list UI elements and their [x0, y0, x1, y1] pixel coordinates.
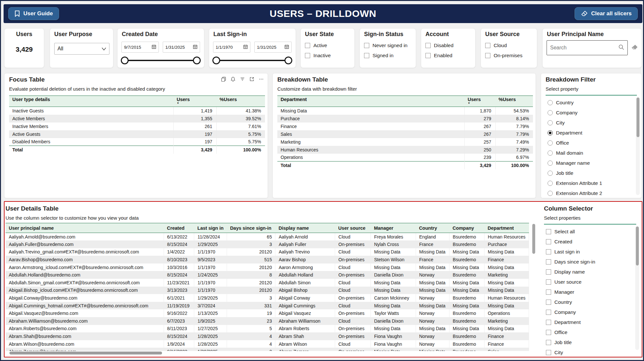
last-sign-in-start-input[interactable]: 1/1/1970	[213, 42, 250, 53]
checkbox-option-display-name[interactable]: Display name	[546, 267, 639, 277]
checkbox-icon[interactable]	[546, 330, 551, 335]
checkbox-icon[interactable]	[546, 320, 551, 325]
created-date-slider-handle-start[interactable]	[121, 57, 129, 64]
column-header[interactable]: Users▼	[464, 96, 495, 107]
checkbox-option-last-sign-in[interactable]: Last sign in	[546, 247, 639, 257]
checkbox-option-never-signed-in[interactable]: Never signed in	[364, 40, 414, 50]
column-header[interactable]: Last sign in	[194, 223, 227, 233]
table-row[interactable]: Finance2677.79%	[277, 122, 533, 130]
table-row[interactable]: Abdullah.Simon_gmail.com#EXT#@bsuredemo.…	[6, 279, 529, 287]
checkbox-icon[interactable]	[546, 310, 551, 315]
radio-option-mail-domain[interactable]: Mail domain	[548, 148, 639, 158]
column-header[interactable]: User type details	[9, 96, 173, 107]
checkbox-icon[interactable]	[425, 53, 431, 58]
checkbox-option-created[interactable]: Created	[546, 237, 639, 247]
clear-all-slicers-button[interactable]: Clear all slicers	[575, 7, 638, 20]
checkbox-option-country[interactable]: Country	[546, 297, 639, 307]
table-row[interactable]: Abram.Zamora@bsuredemo.com8/16/20231/30/…	[6, 348, 529, 351]
checkbox-icon[interactable]	[425, 43, 431, 48]
table-row[interactable]: Abram.Roberts@bsuredemo.com8/11/20231/27…	[6, 325, 529, 333]
checkbox-option-manager[interactable]: Manager	[546, 287, 639, 297]
table-row[interactable]: Abigail.Cummings_hotmail.com#EXT#@bsured…	[6, 302, 529, 310]
table-row[interactable]: Abigail.Bishop_icloud.com#EXT#@bsuredemo…	[6, 287, 529, 294]
last-sign-in-end-input[interactable]: 1/31/2025	[254, 42, 292, 53]
table-row[interactable]: Disabled Members1975.75%	[9, 138, 265, 146]
column-header[interactable]: Department	[485, 223, 529, 233]
radio-icon[interactable]	[548, 150, 553, 156]
table-row[interactable]: Purchace2798.14%	[277, 115, 533, 122]
user-purpose-dropdown[interactable]: All	[54, 43, 109, 55]
scrollbar-track[interactable]	[635, 226, 639, 350]
radio-option-country[interactable]: Country	[548, 97, 639, 108]
copy-icon[interactable]	[221, 77, 226, 82]
scrollbar-thumb[interactable]	[636, 226, 639, 265]
checkbox-option-select-all[interactable]: Select all	[546, 226, 639, 237]
radio-option-city[interactable]: City	[548, 118, 639, 128]
table-row[interactable]: Marketing2577.49%	[277, 138, 533, 146]
radio-icon[interactable]	[548, 100, 553, 105]
focus-mode-icon[interactable]	[249, 77, 254, 82]
created-date-slider-handle-end[interactable]	[193, 57, 201, 64]
column-header[interactable]: Department	[277, 96, 464, 107]
table-row[interactable]: Aaron.Armstrong_icloud.com#EXT#@bsuredem…	[6, 264, 529, 271]
table-row[interactable]: Aarav.Bishop@bsuredemo.com8/10/20239/5/2…	[6, 256, 529, 264]
checkbox-icon[interactable]	[546, 279, 551, 285]
table-row[interactable]: Active Members1,35539.52%	[9, 115, 265, 122]
checkbox-option-enabled[interactable]: Enabled	[425, 50, 473, 60]
checkbox-option-inactive[interactable]: Inactive	[305, 50, 352, 60]
checkbox-icon[interactable]	[364, 43, 369, 48]
radio-option-company[interactable]: Company	[548, 108, 639, 118]
column-header[interactable]: Created	[164, 223, 194, 233]
checkbox-option-company[interactable]: Company	[546, 307, 639, 317]
checkbox-option-user-source[interactable]: User source	[546, 277, 639, 287]
more-options-icon[interactable]	[259, 77, 264, 82]
radio-option-job-title[interactable]: Job title	[548, 168, 639, 178]
created-date-end-input[interactable]: 1/31/2025	[163, 42, 200, 53]
checkbox-option-department[interactable]: Department	[546, 317, 639, 327]
table-row[interactable]: Abigail.Conway@bsuredemo.com6/1/20211/29…	[6, 294, 529, 302]
table-row[interactable]: Human Resources2507.29%	[277, 146, 533, 154]
checkbox-icon[interactable]	[546, 300, 551, 305]
table-row[interactable]: Inactive Members2617.61%	[9, 122, 265, 130]
scrollbar-track[interactable]	[532, 224, 536, 263]
checkbox-option-active[interactable]: Active	[305, 40, 352, 50]
column-header[interactable]: %Users	[495, 96, 533, 107]
column-header[interactable]: User source	[335, 223, 371, 233]
table-row[interactable]: Abram.Shah@bsuredemo.com8/15/20241/28/20…	[6, 332, 529, 340]
checkbox-option-cloud[interactable]: Cloud	[485, 40, 535, 50]
last-sign-in-slider-handle-start[interactable]	[212, 57, 220, 64]
table-row[interactable]: Aaliyah.Trevino_gmail.com#EXT#@bsuredemo…	[6, 248, 529, 256]
scrollbar-thumb[interactable]	[532, 224, 535, 254]
radio-icon[interactable]	[548, 161, 553, 166]
column-header[interactable]: Company	[449, 223, 485, 233]
user-guide-button[interactable]: User Guide	[8, 7, 59, 20]
checkbox-icon[interactable]	[546, 269, 551, 275]
search-input[interactable]	[550, 45, 618, 51]
search-box[interactable]	[547, 40, 628, 55]
checkbox-icon[interactable]	[485, 53, 490, 58]
checkbox-option-disabled[interactable]: Disabled	[425, 40, 473, 50]
table-row[interactable]: Abram.Wilson@bsuredemo.com1/9/20241/28/2…	[6, 340, 529, 348]
column-header[interactable]: Display name	[275, 223, 335, 233]
table-row[interactable]: Aaliyah.Arnold@bsuredemo.com6/13/202211/…	[6, 233, 529, 241]
column-header[interactable]: Days since sign-in	[227, 223, 275, 233]
checkbox-icon[interactable]	[546, 350, 551, 355]
radio-icon[interactable]	[548, 130, 553, 135]
radio-option-extension-attribute-2[interactable]: Extension Attribute 2	[548, 188, 639, 198]
column-header[interactable]: Country	[416, 223, 449, 233]
checkbox-icon[interactable]	[546, 239, 551, 244]
table-row[interactable]: Abigail.Vasquez@bsuredemo.com9/16/20221/…	[6, 309, 529, 317]
column-header[interactable]: Manager	[371, 223, 416, 233]
radio-option-department[interactable]: Department	[548, 128, 639, 138]
checkbox-icon[interactable]	[305, 43, 310, 48]
scrollbar-track[interactable]	[636, 97, 640, 195]
radio-option-office[interactable]: Office	[548, 138, 639, 148]
filter-icon[interactable]	[240, 77, 245, 82]
checkbox-option-on-premises[interactable]: On-premises	[485, 50, 535, 60]
radio-icon[interactable]	[548, 181, 553, 186]
table-row[interactable]: Abraham.Williamson@bsuredemo.com6/7/2023…	[6, 317, 529, 325]
checkbox-option-office[interactable]: Office	[546, 327, 639, 337]
checkbox-option-job-title[interactable]: Job title	[546, 337, 639, 347]
table-row[interactable]: Sales2677.79%	[277, 130, 533, 138]
checkbox-icon[interactable]	[546, 340, 551, 345]
